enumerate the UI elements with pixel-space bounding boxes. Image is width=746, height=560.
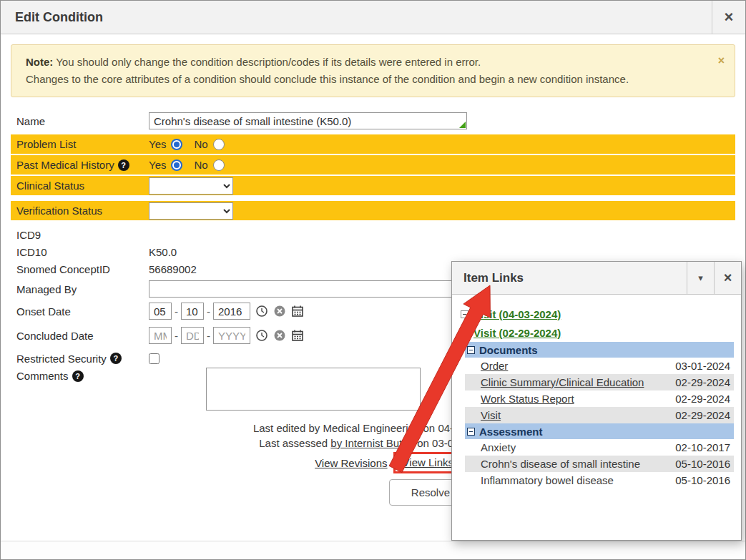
close-icon: × (724, 270, 732, 286)
document-link[interactable]: Clinic Summary/Clinical Education (481, 376, 644, 388)
help-icon[interactable] (118, 159, 129, 171)
onset-day-input[interactable] (181, 303, 204, 320)
calendar-icon[interactable] (291, 305, 304, 318)
name-input[interactable] (149, 112, 467, 129)
calendar-icon[interactable] (291, 329, 304, 342)
section-header-assessment: Assessment (465, 423, 734, 439)
visit-link[interactable]: Visit (02-29-2024) (473, 327, 561, 339)
pmh-yes-radio[interactable] (171, 159, 182, 171)
item-date: 05-10-2016 (675, 458, 730, 470)
clear-date-icon[interactable] (273, 305, 286, 318)
clock-icon[interactable] (255, 329, 268, 342)
help-icon[interactable] (72, 370, 84, 382)
visit-link[interactable]: Visit (04-03-2024) (473, 308, 561, 320)
restricted-security-label: Restricted Security (16, 353, 149, 365)
restricted-security-label-text: Restricted Security (16, 353, 107, 365)
list-item[interactable]: Work Status Report 02-29-2024 (465, 390, 734, 407)
clear-date-icon[interactable] (273, 329, 286, 342)
document-link[interactable]: Work Status Report (481, 393, 574, 405)
verification-status-select[interactable] (149, 202, 233, 220)
onset-date-label: Onset Date (16, 305, 149, 318)
concluded-date-group: - - (149, 327, 304, 344)
chevron-down-icon: ▾ (698, 272, 703, 283)
note-banner: Note: You should only change the conditi… (11, 44, 735, 97)
onset-year-input[interactable] (213, 303, 250, 320)
item-links-header: Item Links ▾ × (452, 262, 741, 295)
item-links-title: Item Links (452, 262, 687, 294)
popup-close-button[interactable]: × (714, 262, 741, 294)
clock-icon[interactable] (255, 305, 268, 318)
concluded-year-input[interactable] (213, 327, 250, 344)
note-dismiss-icon[interactable]: × (718, 52, 725, 69)
snomed-label: Snomed ConceptID (16, 263, 149, 275)
managed-by-label: Managed By (16, 283, 149, 295)
dialog-close-button[interactable]: × (712, 1, 745, 34)
note-line2: Changes to the core attributes of a cond… (26, 73, 629, 85)
view-revisions-link[interactable]: View Revisions (315, 457, 387, 469)
snomed-value: 56689002 (149, 263, 197, 275)
verification-status-row: Verification Status (11, 201, 735, 220)
view-links-link[interactable]: View Links (403, 456, 453, 468)
list-item[interactable]: Clinic Summary/Clinical Education 02-29-… (465, 374, 734, 390)
note-label: Note: (26, 56, 53, 68)
green-corner-grip-icon (459, 122, 466, 128)
item-date: 03-01-2024 (675, 360, 730, 372)
problem-list-yes-label: Yes (149, 138, 166, 150)
pmh-no-label: No (194, 159, 207, 171)
concluded-month-input[interactable] (149, 327, 172, 344)
pmh-yes-label: Yes (149, 159, 166, 171)
list-item[interactable]: Visit 02-29-2024 (465, 407, 734, 423)
dialog-header: Edit Condition × (1, 1, 745, 34)
icd9-label: ICD9 (16, 229, 149, 241)
clinical-status-select[interactable] (149, 177, 233, 195)
assessor-link[interactable]: by Internist Butler (330, 437, 414, 449)
popup-dropdown-button[interactable]: ▾ (687, 262, 714, 294)
problem-list-no-label: No (194, 138, 207, 150)
last-assessed-prefix: Last assessed (259, 437, 330, 449)
date-separator: - (175, 305, 178, 318)
problem-list-yes-radio[interactable] (171, 139, 182, 150)
concluded-day-input[interactable] (181, 327, 204, 344)
clinical-status-label: Clinical Status (16, 180, 149, 192)
list-item[interactable]: Inflammatory bowel disease 05-10-2016 (465, 472, 734, 488)
name-label: Name (16, 115, 149, 127)
dialog-footer (1, 541, 745, 559)
item-date: 02-29-2024 (675, 409, 730, 421)
visit-node: Visit (02-29-2024) (459, 323, 734, 342)
comments-label: Comments (16, 368, 149, 382)
edit-condition-dialog: Edit Condition × Note: You should only c… (0, 0, 746, 560)
list-item[interactable]: Crohn's disease of small intestine 05-10… (465, 456, 734, 472)
restricted-security-checkbox[interactable] (149, 353, 159, 364)
help-icon[interactable] (110, 353, 122, 364)
date-separator: - (175, 330, 178, 342)
collapse-toggle-icon[interactable] (467, 428, 475, 436)
list-item[interactable]: Anxiety 02-10-2017 (465, 439, 734, 456)
problem-list-no-radio[interactable] (213, 139, 225, 150)
concluded-date-label: Concluded Date (16, 330, 149, 342)
item-links-popup: Item Links ▾ × Visit (04-03-2024) Visit … (451, 261, 742, 541)
assessment-item-label: Inflammatory bowel disease (481, 474, 614, 486)
icd10-row: ICD10 K50.0 (11, 243, 735, 260)
note-line1: You should only change the condition des… (53, 56, 481, 68)
onset-month-input[interactable] (149, 303, 172, 320)
past-medical-history-label-text: Past Medical History (16, 159, 114, 171)
pmh-no-radio[interactable] (213, 159, 225, 171)
list-item[interactable]: Order 03-01-2024 (465, 358, 734, 374)
collapse-toggle-icon[interactable] (461, 329, 468, 337)
clinical-status-row: Clinical Status (11, 176, 735, 195)
collapse-toggle-icon[interactable] (467, 346, 475, 354)
icd10-value: K50.0 (149, 246, 177, 258)
past-medical-history-radio-group: Yes No (149, 159, 236, 171)
document-link[interactable]: Order (481, 360, 508, 372)
section-header-documents: Documents (465, 342, 734, 358)
comments-label-text: Comments (16, 370, 69, 382)
comments-textarea[interactable] (206, 368, 421, 411)
section-title: Documents (479, 344, 538, 356)
document-link[interactable]: Visit (481, 409, 501, 421)
assessment-item-label: Crohn's disease of small intestine (481, 458, 640, 470)
managed-by-input[interactable] (149, 280, 467, 298)
onset-date-group: - - (149, 303, 304, 320)
collapse-toggle-icon[interactable] (461, 310, 468, 318)
name-row: Name (11, 110, 735, 132)
item-date: 02-10-2017 (675, 441, 730, 453)
